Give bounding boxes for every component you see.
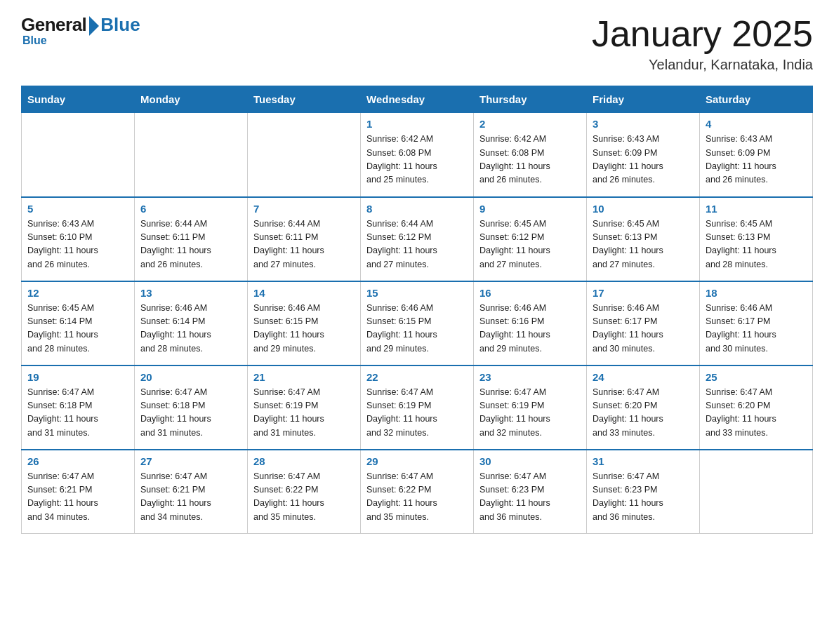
day-number: 22 [366, 371, 468, 383]
day-info: Sunrise: 6:46 AM Sunset: 6:15 PM Dayligh… [253, 302, 355, 356]
day-info: Sunrise: 6:45 AM Sunset: 6:13 PM Dayligh… [593, 217, 694, 272]
day-info: Sunrise: 6:47 AM Sunset: 6:19 PM Dayligh… [479, 386, 581, 441]
day-info: Sunrise: 6:45 AM Sunset: 6:12 PM Dayligh… [479, 217, 581, 272]
logo-general-text: General [21, 14, 86, 36]
column-header-wednesday: Wednesday [361, 86, 474, 113]
day-number: 30 [479, 455, 581, 467]
week-row-4: 19Sunrise: 6:47 AM Sunset: 6:18 PM Dayli… [22, 365, 813, 450]
day-info: Sunrise: 6:47 AM Sunset: 6:18 PM Dayligh… [27, 386, 128, 441]
day-number: 11 [706, 203, 807, 215]
day-info: Sunrise: 6:47 AM Sunset: 6:21 PM Dayligh… [27, 470, 128, 525]
day-info: Sunrise: 6:43 AM Sunset: 6:09 PM Dayligh… [593, 133, 694, 187]
day-number: 3 [593, 118, 694, 130]
day-number: 17 [593, 287, 694, 299]
day-info: Sunrise: 6:47 AM Sunset: 6:23 PM Dayligh… [593, 470, 694, 525]
calendar-cell: 14Sunrise: 6:46 AM Sunset: 6:15 PM Dayli… [248, 281, 361, 365]
day-number: 9 [479, 203, 581, 215]
week-row-3: 12Sunrise: 6:45 AM Sunset: 6:14 PM Dayli… [22, 281, 813, 365]
column-header-saturday: Saturday [700, 86, 813, 113]
calendar-cell: 21Sunrise: 6:47 AM Sunset: 6:19 PM Dayli… [248, 365, 361, 450]
day-number: 2 [479, 118, 581, 130]
column-header-sunday: Sunday [22, 86, 135, 113]
location: Yelandur, Karnataka, India [592, 57, 813, 73]
calendar-cell: 19Sunrise: 6:47 AM Sunset: 6:18 PM Dayli… [22, 365, 135, 450]
day-info: Sunrise: 6:44 AM Sunset: 6:12 PM Dayligh… [366, 217, 468, 272]
day-info: Sunrise: 6:46 AM Sunset: 6:14 PM Dayligh… [140, 302, 241, 356]
day-info: Sunrise: 6:47 AM Sunset: 6:19 PM Dayligh… [253, 386, 355, 441]
logo: General Blue Blue [21, 14, 140, 47]
header-row: SundayMondayTuesdayWednesdayThursdayFrid… [22, 86, 813, 113]
day-number: 12 [27, 287, 128, 299]
day-number: 14 [253, 287, 355, 299]
calendar-cell: 25Sunrise: 6:47 AM Sunset: 6:20 PM Dayli… [700, 365, 813, 450]
calendar-cell: 2Sunrise: 6:42 AM Sunset: 6:08 PM Daylig… [474, 113, 587, 197]
calendar-cell: 31Sunrise: 6:47 AM Sunset: 6:23 PM Dayli… [587, 450, 700, 534]
day-info: Sunrise: 6:42 AM Sunset: 6:08 PM Dayligh… [479, 133, 581, 187]
title-block: January 2025 Yelandur, Karnataka, India [592, 14, 813, 73]
day-number: 31 [593, 455, 694, 467]
calendar-cell: 24Sunrise: 6:47 AM Sunset: 6:20 PM Dayli… [587, 365, 700, 450]
day-info: Sunrise: 6:43 AM Sunset: 6:10 PM Dayligh… [27, 217, 128, 272]
calendar-cell: 12Sunrise: 6:45 AM Sunset: 6:14 PM Dayli… [22, 281, 135, 365]
day-number: 1 [366, 118, 468, 130]
calendar-cell: 6Sunrise: 6:44 AM Sunset: 6:11 PM Daylig… [135, 197, 248, 281]
day-info: Sunrise: 6:46 AM Sunset: 6:16 PM Dayligh… [479, 302, 581, 356]
day-info: Sunrise: 6:44 AM Sunset: 6:11 PM Dayligh… [140, 217, 241, 272]
day-number: 5 [27, 203, 128, 215]
day-number: 25 [706, 371, 807, 383]
calendar-cell: 5Sunrise: 6:43 AM Sunset: 6:10 PM Daylig… [22, 197, 135, 281]
day-number: 19 [27, 371, 128, 383]
calendar-cell: 16Sunrise: 6:46 AM Sunset: 6:16 PM Dayli… [474, 281, 587, 365]
day-number: 10 [593, 203, 694, 215]
calendar-cell: 30Sunrise: 6:47 AM Sunset: 6:23 PM Dayli… [474, 450, 587, 534]
calendar-cell [248, 113, 361, 197]
week-row-2: 5Sunrise: 6:43 AM Sunset: 6:10 PM Daylig… [22, 197, 813, 281]
day-info: Sunrise: 6:47 AM Sunset: 6:18 PM Dayligh… [140, 386, 241, 441]
day-info: Sunrise: 6:46 AM Sunset: 6:15 PM Dayligh… [366, 302, 468, 356]
calendar-cell: 27Sunrise: 6:47 AM Sunset: 6:21 PM Dayli… [135, 450, 248, 534]
calendar-cell: 7Sunrise: 6:44 AM Sunset: 6:11 PM Daylig… [248, 197, 361, 281]
calendar-cell: 4Sunrise: 6:43 AM Sunset: 6:09 PM Daylig… [700, 113, 813, 197]
day-number: 28 [253, 455, 355, 467]
day-number: 16 [479, 287, 581, 299]
column-header-friday: Friday [587, 86, 700, 113]
calendar-table: SundayMondayTuesdayWednesdayThursdayFrid… [21, 86, 813, 534]
calendar-cell: 29Sunrise: 6:47 AM Sunset: 6:22 PM Dayli… [361, 450, 474, 534]
day-info: Sunrise: 6:47 AM Sunset: 6:22 PM Dayligh… [253, 470, 355, 525]
column-header-monday: Monday [135, 86, 248, 113]
calendar-cell: 11Sunrise: 6:45 AM Sunset: 6:13 PM Dayli… [700, 197, 813, 281]
day-number: 27 [140, 455, 241, 467]
calendar-cell: 22Sunrise: 6:47 AM Sunset: 6:19 PM Dayli… [361, 365, 474, 450]
day-info: Sunrise: 6:46 AM Sunset: 6:17 PM Dayligh… [706, 302, 807, 356]
day-number: 24 [593, 371, 694, 383]
day-number: 26 [27, 455, 128, 467]
logo-blue-text: Blue [100, 14, 140, 36]
day-info: Sunrise: 6:47 AM Sunset: 6:20 PM Dayligh… [593, 386, 694, 441]
day-info: Sunrise: 6:43 AM Sunset: 6:09 PM Dayligh… [706, 133, 807, 187]
week-row-5: 26Sunrise: 6:47 AM Sunset: 6:21 PM Dayli… [22, 450, 813, 534]
day-info: Sunrise: 6:47 AM Sunset: 6:22 PM Dayligh… [366, 470, 468, 525]
calendar-cell [22, 113, 135, 197]
calendar-cell [700, 450, 813, 534]
day-number: 13 [140, 287, 241, 299]
logo-underline: Blue [22, 34, 47, 47]
calendar-cell [135, 113, 248, 197]
day-info: Sunrise: 6:46 AM Sunset: 6:17 PM Dayligh… [593, 302, 694, 356]
calendar-cell: 17Sunrise: 6:46 AM Sunset: 6:17 PM Dayli… [587, 281, 700, 365]
calendar-cell: 26Sunrise: 6:47 AM Sunset: 6:21 PM Dayli… [22, 450, 135, 534]
calendar-cell: 18Sunrise: 6:46 AM Sunset: 6:17 PM Dayli… [700, 281, 813, 365]
day-number: 6 [140, 203, 241, 215]
calendar-cell: 9Sunrise: 6:45 AM Sunset: 6:12 PM Daylig… [474, 197, 587, 281]
calendar-cell: 8Sunrise: 6:44 AM Sunset: 6:12 PM Daylig… [361, 197, 474, 281]
day-info: Sunrise: 6:44 AM Sunset: 6:11 PM Dayligh… [253, 217, 355, 272]
calendar-cell: 23Sunrise: 6:47 AM Sunset: 6:19 PM Dayli… [474, 365, 587, 450]
day-number: 21 [253, 371, 355, 383]
calendar-cell: 15Sunrise: 6:46 AM Sunset: 6:15 PM Dayli… [361, 281, 474, 365]
column-header-thursday: Thursday [474, 86, 587, 113]
month-title: January 2025 [592, 14, 813, 54]
day-info: Sunrise: 6:45 AM Sunset: 6:14 PM Dayligh… [27, 302, 128, 356]
calendar-cell: 13Sunrise: 6:46 AM Sunset: 6:14 PM Dayli… [135, 281, 248, 365]
day-info: Sunrise: 6:47 AM Sunset: 6:20 PM Dayligh… [706, 386, 807, 441]
day-number: 29 [366, 455, 468, 467]
day-number: 18 [706, 287, 807, 299]
